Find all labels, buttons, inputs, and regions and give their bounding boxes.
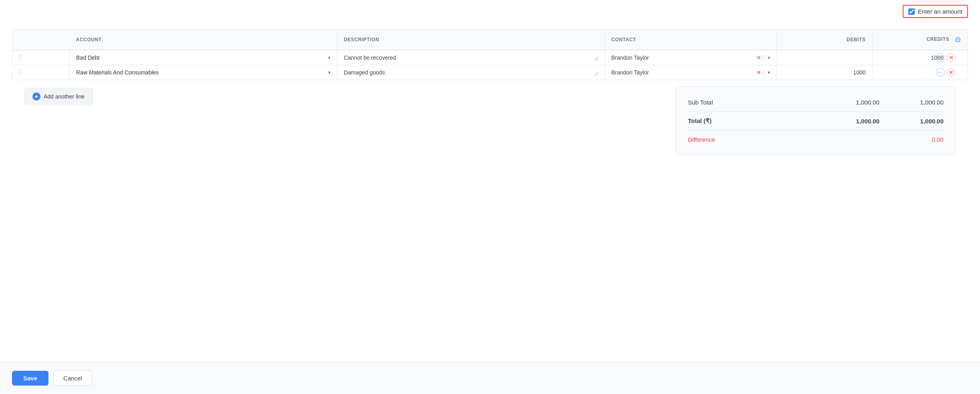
footer: Save Cancel — [0, 362, 980, 394]
account-dropdown-row2[interactable]: ▾ — [328, 70, 331, 75]
difference-label: Difference — [688, 136, 815, 143]
totals-section: Sub Total 1,000.00 1,000.00 Total (₹) 1,… — [676, 86, 956, 155]
description-cell-row2[interactable]: Damaged goods — [337, 65, 605, 80]
col-header-credits: CREDITS ⊙ — [872, 30, 968, 50]
credits-cell-row2[interactable]: ··· ✕ — [872, 65, 968, 80]
save-button[interactable]: Save — [12, 371, 48, 386]
totals-divider-2 — [688, 130, 944, 131]
journal-table: ACCOUNT DESCRIPTION CONTACT DEBITS CREDI… — [12, 29, 968, 80]
drag-handle-row2[interactable] — [12, 65, 70, 80]
resize-handle-row2[interactable] — [594, 72, 597, 75]
debits-cell-row1[interactable] — [777, 50, 873, 65]
row1-actions: ··· ✕ — [936, 53, 956, 62]
totals-divider — [688, 111, 944, 112]
subtotal-row: Sub Total 1,000.00 1,000.00 — [688, 95, 944, 110]
account-dropdown-row1[interactable]: ▾ — [328, 55, 331, 60]
total-label: Total (₹) — [688, 117, 815, 125]
drag-handle-row1[interactable] — [12, 50, 70, 65]
enter-amount-container: Enter an amount — [903, 5, 968, 18]
contact-clear-row2[interactable]: ✕ — [756, 69, 761, 76]
bottom-area: + Add another line Sub Total 1,000.00 1,… — [12, 80, 968, 163]
row2-options-btn[interactable]: ··· — [936, 68, 945, 77]
col-header-account: ACCOUNT — [70, 30, 337, 50]
total-row: Total (₹) 1,000.00 1,000.00 — [688, 113, 944, 129]
total-debits: 1,000.00 — [815, 118, 879, 125]
credits-cell-row1[interactable]: 1000 ··· ✕ — [872, 50, 968, 65]
enter-amount-label: Enter an amount — [918, 8, 962, 15]
debits-cell-row2[interactable]: 1000 — [777, 65, 873, 80]
table-row: Bad Debt ▾ Cannot be recovered Brandon T… — [12, 50, 968, 65]
subtotal-debits: 1,000.00 — [815, 99, 879, 106]
contact-clear-row1[interactable]: ✕ — [756, 54, 761, 61]
spacer — [101, 86, 667, 155]
col-header-contact: CONTACT — [605, 30, 776, 50]
contact-dropdown-row1[interactable]: ▾ — [768, 55, 770, 60]
cancel-button[interactable]: Cancel — [53, 370, 92, 386]
col-header-debits: DEBITS — [777, 30, 873, 50]
account-cell-row1: Bad Debt ▾ — [70, 50, 337, 65]
contact-cell-row1: Brandon Taylor ✕ | ▾ — [605, 50, 776, 65]
row1-delete-btn[interactable]: ✕ — [947, 53, 956, 62]
col-header-description: DESCRIPTION — [337, 30, 605, 50]
add-line-section: + Add another line — [24, 86, 93, 155]
enter-amount-checkbox[interactable] — [908, 8, 915, 15]
difference-row: Difference 0.00 — [688, 132, 944, 147]
resize-handle-row1[interactable] — [594, 57, 597, 60]
row1-options-btn[interactable]: ··· — [936, 53, 945, 62]
main-content: ACCOUNT DESCRIPTION CONTACT DEBITS CREDI… — [0, 21, 980, 362]
contact-dropdown-row2[interactable]: ▾ — [768, 70, 770, 75]
row2-delete-btn[interactable]: ✕ — [947, 68, 956, 77]
table-row: Raw Materials And Consumables ▾ Damaged … — [12, 65, 968, 80]
row2-actions: ··· ✕ — [936, 68, 956, 77]
add-line-plus-icon: + — [32, 92, 40, 101]
account-cell-row2: Raw Materials And Consumables ▾ — [70, 65, 337, 80]
add-another-line-button[interactable]: + Add another line — [24, 88, 93, 105]
total-credits: 1,000.00 — [879, 118, 944, 125]
subtotal-credits: 1,000.00 — [879, 99, 944, 106]
columns-options-icon[interactable]: ⊙ — [955, 36, 961, 44]
difference-credits: 0.00 — [879, 136, 944, 143]
description-cell-row1[interactable]: Cannot be recovered — [337, 50, 605, 65]
contact-cell-row2: Brandon Taylor ✕ | ▾ — [605, 65, 776, 80]
